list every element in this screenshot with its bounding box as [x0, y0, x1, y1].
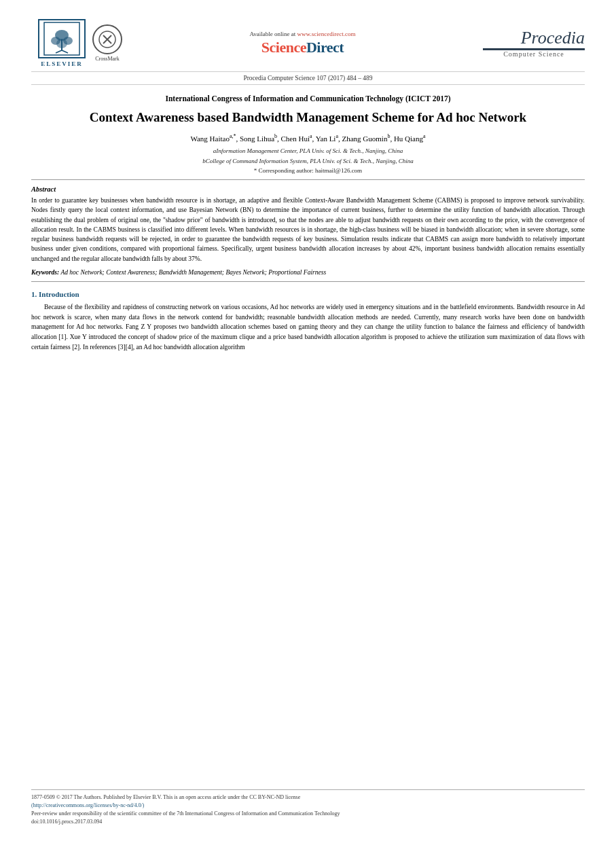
page: ELSEVIER CrossMark Available online at w…: [0, 0, 616, 841]
corresponding-author: * Corresponding author: haitmail@126.com: [31, 167, 585, 174]
footer: 1877-0509 © 2017 The Authors. Published …: [31, 789, 585, 826]
affiliations: aInformation Management Center, PLA Univ…: [31, 146, 585, 166]
elsevier-logo-box: [38, 19, 86, 58]
procedia-subtitle: Computer Science: [483, 50, 585, 58]
abstract-body: In order to guarantee key businesses whe…: [31, 196, 585, 264]
footer-issn: 1877-0509 © 2017 The Authors. Published …: [31, 793, 585, 826]
crossmark-icon: [92, 24, 122, 54]
crossmark-label: CrossMark: [95, 56, 120, 62]
sciencedirect-url[interactable]: www.sciencedirect.com: [297, 31, 356, 37]
divider-2: [31, 281, 585, 282]
keywords-values: Ad hoc Network; Context Awareness; Bandw…: [60, 269, 326, 276]
keywords-label: Keywords:: [31, 269, 59, 276]
header: ELSEVIER CrossMark Available online at w…: [31, 19, 585, 67]
svg-line-7: [62, 50, 68, 53]
elsevier-tree-icon: [43, 22, 80, 56]
intro-heading: 1. Introduction: [31, 290, 585, 298]
affiliation-b: bCollege of Command Information System, …: [31, 156, 585, 166]
sciencedirect-area: Available online at www.sciencedirect.co…: [136, 31, 469, 56]
crossmark: CrossMark: [92, 24, 122, 62]
divider-1: [31, 179, 585, 180]
procedia-area: Procedia Computer Science: [483, 29, 585, 58]
sciencedirect-brand: ScienceDirect: [136, 39, 469, 56]
authors-line: Wang Haitaoa,*, Song Lihuab, Chen Huia, …: [31, 133, 585, 143]
footer-license-link[interactable]: (http://creativecommons.org/licenses/by-…: [31, 802, 144, 808]
intro-section: 1. Introduction Because of the flexibili…: [31, 290, 585, 353]
conference-title: International Congress of Information an…: [31, 94, 585, 103]
paper-title: Context Awareness based Bandwidth Manage…: [72, 109, 544, 126]
abstract-label: Abstract: [31, 185, 585, 193]
journal-info: Procedia Computer Science 107 (2017) 484…: [31, 71, 585, 85]
intro-para1: Because of the flexibility and rapidness…: [31, 302, 585, 353]
elsevier-logo: ELSEVIER: [31, 19, 92, 67]
elsevier-text: ELSEVIER: [41, 60, 83, 67]
affiliation-a: aInformation Management Center, PLA Univ…: [31, 146, 585, 156]
keywords-line: Keywords: Ad hoc Network; Context Awaren…: [31, 269, 585, 276]
procedia-title: Procedia: [483, 29, 585, 47]
svg-point-5: [56, 39, 67, 48]
svg-line-6: [56, 50, 62, 53]
abstract-section: Abstract In order to guarantee key busin…: [31, 185, 585, 276]
available-text: Available online at www.sciencedirect.co…: [136, 31, 469, 37]
